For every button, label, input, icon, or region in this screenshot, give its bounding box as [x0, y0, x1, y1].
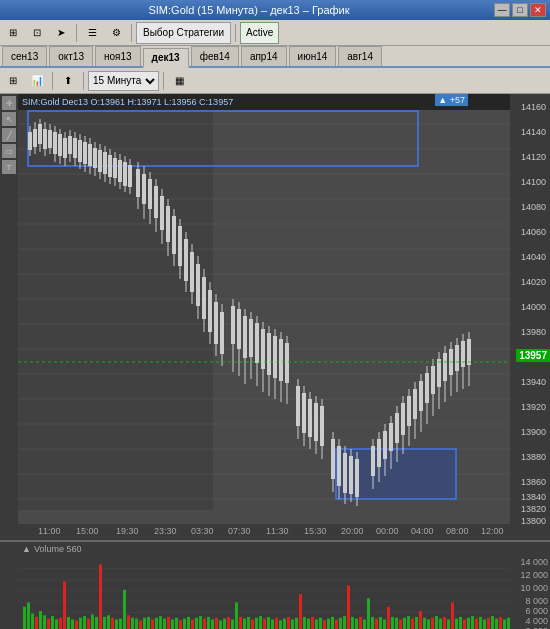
price-arrow-badge: ▲ +57: [435, 94, 468, 106]
svg-rect-191: [91, 614, 94, 629]
svg-rect-53: [108, 155, 112, 177]
svg-rect-196: [111, 618, 114, 629]
tb2-icon2[interactable]: 📊: [26, 70, 48, 92]
tab-dec13[interactable]: дек13: [143, 48, 189, 68]
svg-rect-286: [471, 616, 474, 629]
tab-feb14[interactable]: фев14: [191, 46, 239, 66]
svg-rect-239: [283, 619, 286, 629]
svg-rect-237: [275, 618, 278, 629]
svg-rect-235: [267, 617, 270, 629]
svg-rect-75: [172, 216, 176, 254]
svg-rect-115: [302, 393, 306, 433]
active-button[interactable]: Active: [240, 22, 279, 44]
tb-icon5[interactable]: ⚙: [105, 22, 127, 44]
time-1100: 11:00: [38, 526, 61, 536]
time-0000: 00:00: [376, 526, 399, 536]
svg-rect-274: [423, 618, 426, 629]
svg-rect-249: [323, 620, 326, 629]
time-1200: 12:00: [481, 526, 504, 536]
price-14100: 14100: [521, 177, 548, 187]
svg-rect-201: [131, 618, 134, 629]
tb-icon3[interactable]: ➤: [50, 22, 72, 44]
svg-rect-266: [391, 617, 394, 629]
price-13820: 13820: [521, 504, 548, 514]
time-0800: 08:00: [446, 526, 469, 536]
tb2-icon3[interactable]: ⬆: [57, 70, 79, 92]
tab-sep13[interactable]: сен13: [2, 46, 47, 66]
minimize-button[interactable]: —: [494, 3, 510, 17]
chart-icon-line[interactable]: ╱: [2, 128, 16, 142]
svg-rect-89: [214, 302, 218, 344]
svg-rect-256: [351, 617, 354, 629]
chart-icon-text[interactable]: T: [2, 160, 16, 174]
timeframe-select[interactable]: 15 Минута 1 Минута 5 Минут 30 Минут 1 Ча…: [88, 71, 159, 91]
svg-rect-272: [415, 617, 418, 629]
svg-rect-254: [343, 616, 346, 629]
svg-rect-41: [78, 140, 82, 162]
svg-rect-270: [407, 616, 410, 629]
time-axis-row: 11:00 15:00 19:30 23:30 03:30 07:30 11:3…: [0, 524, 550, 540]
time-1530: 15:30: [304, 526, 327, 536]
chart-icon-arrow[interactable]: ↖: [2, 112, 16, 126]
tb-icon4[interactable]: ☰: [81, 22, 103, 44]
svg-rect-97: [243, 316, 247, 358]
svg-rect-190: [87, 619, 90, 629]
svg-rect-288: [479, 617, 482, 629]
tab-apr14[interactable]: апр14: [241, 46, 287, 66]
time-axis-left-spacer: [0, 524, 18, 540]
close-button[interactable]: ✕: [530, 3, 546, 17]
tb-icon1[interactable]: ⊞: [2, 22, 24, 44]
separator1: [76, 24, 77, 42]
svg-rect-192: [95, 617, 98, 629]
main-chart-area: ✛ ↖ ╱ ▭ T SIM:Gold Dec13 O:13961 H:13971…: [0, 94, 550, 524]
svg-rect-182: [55, 619, 58, 629]
svg-rect-252: [335, 619, 338, 629]
svg-rect-240: [287, 617, 290, 629]
tb2-sep1: [52, 72, 53, 90]
svg-rect-189: [83, 616, 86, 629]
tb2-sep2: [83, 72, 84, 90]
svg-rect-153: [431, 366, 435, 394]
svg-rect-223: [219, 620, 222, 629]
svg-rect-37: [68, 136, 72, 154]
svg-rect-218: [199, 616, 202, 629]
tab-oct13[interactable]: окт13: [49, 46, 93, 66]
svg-rect-209: [163, 619, 166, 629]
svg-rect-217: [195, 618, 198, 629]
vol-price-8000: 8 000: [525, 596, 548, 606]
svg-rect-121: [320, 406, 324, 446]
svg-rect-224: [223, 619, 226, 629]
svg-rect-165: [467, 339, 471, 365]
svg-rect-51: [103, 152, 107, 174]
tab-jun14[interactable]: июн14: [289, 46, 337, 66]
svg-rect-214: [183, 619, 186, 629]
chart-icon-rect[interactable]: ▭: [2, 144, 16, 158]
svg-rect-163: [461, 341, 465, 367]
time-0400: 04:00: [411, 526, 434, 536]
price-14160: 14160: [521, 102, 548, 112]
vol-price-10000: 10 000: [520, 583, 548, 593]
svg-rect-275: [427, 619, 430, 629]
svg-rect-219: [203, 619, 206, 629]
chart-icon-crosshair[interactable]: ✛: [2, 96, 16, 110]
svg-rect-220: [207, 617, 210, 629]
tb2-icon4[interactable]: ▦: [168, 70, 190, 92]
tab-aug14[interactable]: авг14: [338, 46, 382, 66]
svg-rect-35: [63, 138, 67, 158]
volume-label: Volume 560: [34, 544, 82, 554]
price-14000: 14000: [521, 302, 548, 312]
price-13880: 13880: [521, 452, 548, 462]
strategy-button[interactable]: Выбор Стратегии: [136, 22, 231, 44]
maximize-button[interactable]: □: [512, 3, 528, 17]
svg-rect-242: [295, 618, 298, 629]
tb2-icon1[interactable]: ⊞: [2, 70, 24, 92]
svg-rect-71: [160, 196, 164, 230]
svg-rect-101: [255, 323, 259, 363]
svg-rect-211: [171, 619, 174, 629]
svg-rect-253: [339, 618, 342, 629]
svg-rect-55: [113, 158, 117, 178]
tb-icon2[interactable]: ⊡: [26, 22, 48, 44]
tab-nov13[interactable]: ноя13: [95, 46, 141, 66]
svg-rect-268: [399, 619, 402, 629]
window-controls[interactable]: — □ ✕: [494, 3, 546, 17]
